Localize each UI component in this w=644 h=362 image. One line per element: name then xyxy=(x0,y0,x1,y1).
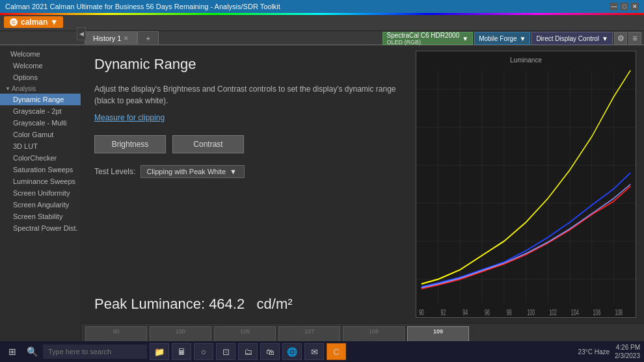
tab-close-icon[interactable]: ✕ xyxy=(124,35,129,42)
peak-luminance-unit: cd/m² xyxy=(257,296,293,312)
taskbar-app-file-explorer[interactable]: 📁 xyxy=(150,343,169,360)
sidebar-item-screen-angularity[interactable]: Screen Angularity xyxy=(0,199,81,211)
sidebar-label: Welcome xyxy=(10,50,40,58)
group-triangle-icon: ▼ xyxy=(5,86,10,92)
settings-button[interactable]: ⚙ xyxy=(614,32,627,45)
sidebar-item-options[interactable]: Options xyxy=(0,71,81,83)
start-button[interactable]: ⊞ xyxy=(4,343,21,360)
sidebar-item-grayscale-multi[interactable]: Grayscale - Multi xyxy=(0,117,81,129)
taskbar-app-calman[interactable]: C xyxy=(327,343,346,360)
svg-text:100: 100 xyxy=(527,307,535,317)
test-levels-select[interactable]: Clipping with Peak White ▼ xyxy=(141,165,245,178)
chart-svg: 90 92 94 96 98 100 102 104 106 108 xyxy=(416,51,636,317)
sidebar-item-welcome[interactable]: Welcome xyxy=(0,60,81,71)
device-spectracal-info: SpectraCal C6 HDR2000 OLED (RGB) xyxy=(387,32,460,45)
sidebar-item-colorchecker[interactable]: ColorChecker xyxy=(0,152,81,164)
sidebar-label: Spectral Power Dist. xyxy=(13,224,78,232)
tab-add[interactable]: + xyxy=(137,31,158,44)
device-spectracal-name: SpectraCal C6 HDR2000 xyxy=(387,32,460,39)
left-panel: Dynamic Range Adjust the display's Brigh… xyxy=(81,45,413,323)
search-icon[interactable]: 🔍 xyxy=(23,343,40,360)
taskbar-app-mail[interactable]: ✉ xyxy=(304,343,324,360)
taskbar-app-cortana[interactable]: ○ xyxy=(194,343,213,360)
device-spectracal[interactable]: SpectraCal C6 HDR2000 OLED (RGB) ▼ xyxy=(382,32,474,45)
sidebar-label: Options xyxy=(13,73,38,81)
content-area: Dynamic Range Adjust the display's Brigh… xyxy=(81,45,644,362)
sidebar-item-grayscale-2pt[interactable]: Grayscale - 2pt xyxy=(0,105,81,117)
measure-clipping-link[interactable]: Measure for clipping xyxy=(94,113,400,122)
toolbar: C calman ▼ xyxy=(0,13,644,31)
time-display: 4:26 PM xyxy=(615,343,640,352)
test-levels-row: Test Levels: Clipping with Peak White ▼ xyxy=(94,165,400,178)
page-description: Adjust the display's Brightness and Cont… xyxy=(94,83,400,107)
sidebar-item-welcome-top[interactable]: Welcome xyxy=(0,48,81,60)
sidebar-label: Welcome xyxy=(13,62,43,70)
sidebar-label: Grayscale - 2pt xyxy=(13,107,62,115)
action-buttons: Brightness Contrast xyxy=(94,135,400,153)
chart-area: Luminance xyxy=(413,45,644,323)
taskbar: ⊞ 🔍 📁 🖩 ○ ⊡ 🗂 🛍 🌐 ✉ C 23°C Haze 4:26 PM … xyxy=(0,341,644,362)
brightness-button[interactable]: Brightness xyxy=(94,135,166,153)
sidebar-group-analysis: ▼ Analysis xyxy=(0,83,81,94)
sidebar-item-color-gamut[interactable]: Color Gamut xyxy=(0,129,81,140)
contrast-button[interactable]: Contrast xyxy=(172,135,244,153)
taskbar-right: 23°C Haze 4:26 PM 2/3/2023 xyxy=(578,343,640,360)
thumb-label-4: 108 xyxy=(343,327,404,335)
window-buttons: — □ ✕ xyxy=(610,3,639,10)
sidebar-item-3d-lut[interactable]: 3D LUT xyxy=(0,140,81,152)
thumb-label-2: 105 xyxy=(215,327,275,335)
svg-text:92: 92 xyxy=(441,307,446,317)
minimize-button[interactable]: — xyxy=(610,3,618,10)
search-input[interactable] xyxy=(43,344,147,359)
sidebar-item-spectral-power[interactable]: Spectral Power Dist. xyxy=(0,222,81,234)
sidebar-label: Screen Angularity xyxy=(13,201,69,209)
taskbar-time: 4:26 PM 2/3/2023 xyxy=(615,343,640,360)
device-direct-display-arrow: ▼ xyxy=(602,35,608,42)
sidebar-label: Saturation Sweeps xyxy=(13,166,73,174)
taskbar-app-edge[interactable]: 🌐 xyxy=(282,343,302,360)
maximize-button[interactable]: □ xyxy=(621,3,628,10)
logo-dropdown-arrow[interactable]: ▼ xyxy=(50,18,58,27)
group-label-text: Analysis xyxy=(12,85,36,92)
sidebar-label: Luminance Sweeps xyxy=(13,177,75,185)
logo-text: calman xyxy=(21,18,47,27)
sidebar: Welcome Welcome Options ▼ Analysis Dynam… xyxy=(0,45,81,362)
test-levels-arrow: ▼ xyxy=(230,168,237,175)
sidebar-label: ColorChecker xyxy=(13,154,57,162)
svg-text:94: 94 xyxy=(463,307,468,317)
tab-bar: History 1 ✕ + SpectraCal C6 HDR2000 OLED… xyxy=(0,31,644,45)
sidebar-item-dynamic-range[interactable]: Dynamic Range xyxy=(0,94,81,105)
svg-text:C: C xyxy=(12,20,15,25)
taskbar-app-calculator[interactable]: 🖩 xyxy=(172,343,191,360)
device-direct-display[interactable]: Direct Display Control ▼ xyxy=(531,32,613,45)
tab-label: History 1 xyxy=(93,34,121,42)
thumb-label-0: 90 xyxy=(86,327,146,335)
tab-history-1[interactable]: History 1 ✕ xyxy=(85,31,137,44)
sidebar-item-luminance-sweeps[interactable]: Luminance Sweeps xyxy=(0,175,81,187)
weather-temp: 23°C Haze xyxy=(578,348,610,356)
peak-luminance-label: Peak Luminance: xyxy=(94,296,205,312)
sidebar-label: Color Gamut xyxy=(13,131,53,138)
options-button[interactable]: ≡ xyxy=(628,32,641,45)
close-button[interactable]: ✕ xyxy=(631,3,639,10)
date-display: 2/3/2023 xyxy=(615,352,640,360)
svg-text:104: 104 xyxy=(571,307,579,317)
device-spectracal-sub: OLED (RGB) xyxy=(387,39,460,45)
sidebar-item-screen-stability[interactable]: Screen Stability xyxy=(0,211,81,222)
thumb-label-5: 109 xyxy=(408,327,468,335)
chart-title: Luminance xyxy=(416,54,636,66)
sidebar-item-saturation-sweeps[interactable]: Saturation Sweeps xyxy=(0,164,81,175)
sidebar-collapse-arrow[interactable]: ◀ xyxy=(77,27,86,40)
taskbar-app-folder[interactable]: 🗂 xyxy=(238,343,258,360)
test-levels-label: Test Levels: xyxy=(94,167,135,176)
title-bar: Calman 2021 Calman Ultimate for Business… xyxy=(0,0,644,13)
sidebar-label: 3D LUT xyxy=(13,142,38,150)
taskbar-app-task-view[interactable]: ⊡ xyxy=(216,343,235,360)
device-mobile-forge[interactable]: Mobile Forge ▼ xyxy=(474,32,530,45)
chart-container: Luminance xyxy=(416,51,636,318)
sidebar-item-screen-uniformity[interactable]: Screen Uniformity xyxy=(0,187,81,199)
taskbar-app-store[interactable]: 🛍 xyxy=(260,343,280,360)
svg-text:90: 90 xyxy=(419,307,424,317)
app-logo[interactable]: C calman ▼ xyxy=(4,16,63,28)
peak-luminance-value: 464.2 xyxy=(209,296,245,312)
